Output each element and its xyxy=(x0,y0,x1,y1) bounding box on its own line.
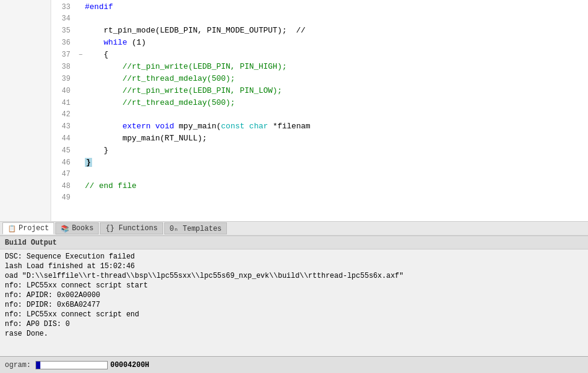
tab-label: {} Functions xyxy=(105,224,157,233)
line-number: 49 xyxy=(51,192,76,204)
code-line: 38 //rt_pin_write(LEDB_PIN, PIN_HIGH); xyxy=(51,61,588,73)
main-container: 33#endif3435 rt_pin_mode(LEDB_PIN, PIN_M… xyxy=(0,0,588,373)
line-number: 37 xyxy=(51,49,76,61)
tab-icon: 📚 xyxy=(61,225,69,233)
code-line: 40 //rt_pin_write(LEDB_PIN, PIN_LOW); xyxy=(51,85,588,97)
build-output-line: nfo: LPC55xx connect script start xyxy=(5,281,583,290)
build-output-line: DSC: Sequence Execution failed xyxy=(5,252,583,262)
build-output-panel: Build Output DSC: Sequence Execution fai… xyxy=(0,236,588,356)
line-number: 42 xyxy=(51,109,76,121)
code-line: 39 //rt_thread_mdelay(500); xyxy=(51,73,588,85)
line-number: 34 xyxy=(51,13,76,25)
line-number: 45 xyxy=(51,145,76,157)
line-number: 43 xyxy=(51,121,76,133)
build-output-header: Build Output xyxy=(0,236,588,249)
code-line: 35 rt_pin_mode(LEDB_PIN, PIN_MODE_OUTPUT… xyxy=(51,25,588,37)
code-line: 33#endif xyxy=(51,1,588,13)
build-output-line: nfo: APIDR: 0x002A0000 xyxy=(5,290,583,300)
build-output-line: nfo: AP0 DIS: 0 xyxy=(5,319,583,329)
status-label: ogram: xyxy=(5,361,31,369)
line-content[interactable]: //rt_thread_mdelay(500); xyxy=(85,73,588,84)
line-number: 41 xyxy=(51,98,76,109)
code-line: 34 xyxy=(51,13,588,25)
code-line: 44 mpy_main(RT_NULL); xyxy=(51,133,588,145)
code-line: 43 extern void mpy_main(const char *file… xyxy=(51,121,588,133)
left-panel xyxy=(0,0,51,221)
line-fold-indicator[interactable]: − xyxy=(76,49,85,61)
code-line: 42 xyxy=(51,109,588,121)
line-content[interactable]: } xyxy=(85,145,588,156)
progress-container: 00004200H xyxy=(36,361,149,369)
code-line: 47 xyxy=(51,169,588,180)
build-output-line: nfo: DPIDR: 0x6BA02477 xyxy=(5,300,583,310)
code-editor[interactable]: 33#endif3435 rt_pin_mode(LEDB_PIN, PIN_M… xyxy=(51,0,588,221)
line-content[interactable]: } xyxy=(85,157,588,168)
progress-bar-bg xyxy=(36,361,108,369)
line-content[interactable]: rt_pin_mode(LEDB_PIN, PIN_MODE_OUTPUT); … xyxy=(85,25,588,36)
code-line: 48// end file xyxy=(51,180,588,192)
tab-item-0--templates[interactable]: 0ₙ Templates xyxy=(164,222,227,234)
tab-item-project[interactable]: 📋Project xyxy=(2,222,54,234)
code-line: 46} xyxy=(51,157,588,169)
build-output-line: rase Done. xyxy=(5,329,583,339)
line-number: 48 xyxy=(51,181,76,192)
line-content[interactable]: //rt_pin_write(LEDB_PIN, PIN_HIGH); xyxy=(85,61,588,72)
code-line: 49 xyxy=(51,192,588,204)
line-number: 35 xyxy=(51,25,76,37)
build-output-line: nfo: LPC55xx connect script end xyxy=(5,310,583,319)
build-output-line: oad "D:\\selffile\\rt-thread\\bsp\\lpc55… xyxy=(5,271,583,281)
line-number: 38 xyxy=(51,61,76,73)
line-content[interactable]: //rt_thread_mdelay(500); xyxy=(85,97,588,108)
line-content[interactable]: extern void mpy_main(const char *filenam xyxy=(85,121,588,132)
tab-item-books[interactable]: 📚Books xyxy=(55,222,99,234)
build-output-line: lash Load finished at 15:02:46 xyxy=(5,262,583,271)
line-content[interactable]: //rt_pin_write(LEDB_PIN, PIN_LOW); xyxy=(85,85,588,96)
status-bar: ogram: 00004200H xyxy=(0,356,588,373)
progress-value: 00004200H xyxy=(110,361,149,369)
tabs-bar: 📋Project📚Books{} Functions0ₙ Templates xyxy=(0,221,588,236)
code-scroll[interactable]: 33#endif3435 rt_pin_mode(LEDB_PIN, PIN_M… xyxy=(51,0,588,221)
tab-label: 0ₙ Templates xyxy=(170,224,221,233)
code-line: 37− { xyxy=(51,49,588,61)
code-line: 41 //rt_thread_mdelay(500); xyxy=(51,97,588,109)
line-number: 33 xyxy=(51,2,76,13)
progress-bar-fill xyxy=(36,362,40,369)
line-number: 46 xyxy=(51,157,76,169)
code-line: 36 while (1) xyxy=(51,37,588,49)
line-number: 40 xyxy=(51,86,76,97)
line-content[interactable]: { xyxy=(85,49,588,60)
cursor-highlight: } xyxy=(85,158,92,167)
tab-label: Project xyxy=(19,224,49,233)
line-content[interactable]: // end file xyxy=(85,180,588,192)
line-number: 36 xyxy=(51,37,76,49)
line-number: 47 xyxy=(51,169,76,180)
line-content[interactable]: while (1) xyxy=(85,37,588,48)
line-content[interactable]: #endif xyxy=(85,1,588,13)
tab-label: Books xyxy=(72,224,93,233)
code-area: 33#endif3435 rt_pin_mode(LEDB_PIN, PIN_M… xyxy=(0,0,588,221)
line-content[interactable]: mpy_main(RT_NULL); xyxy=(85,133,588,144)
line-number: 44 xyxy=(51,133,76,145)
line-number: 39 xyxy=(51,74,76,85)
build-output-content[interactable]: DSC: Sequence Execution failedlash Load … xyxy=(0,249,588,356)
tab-item----functions[interactable]: {} Functions xyxy=(100,222,162,234)
tab-icon: 📋 xyxy=(8,225,16,233)
build-output-title: Build Output xyxy=(5,239,57,247)
code-line: 45 } xyxy=(51,145,588,157)
